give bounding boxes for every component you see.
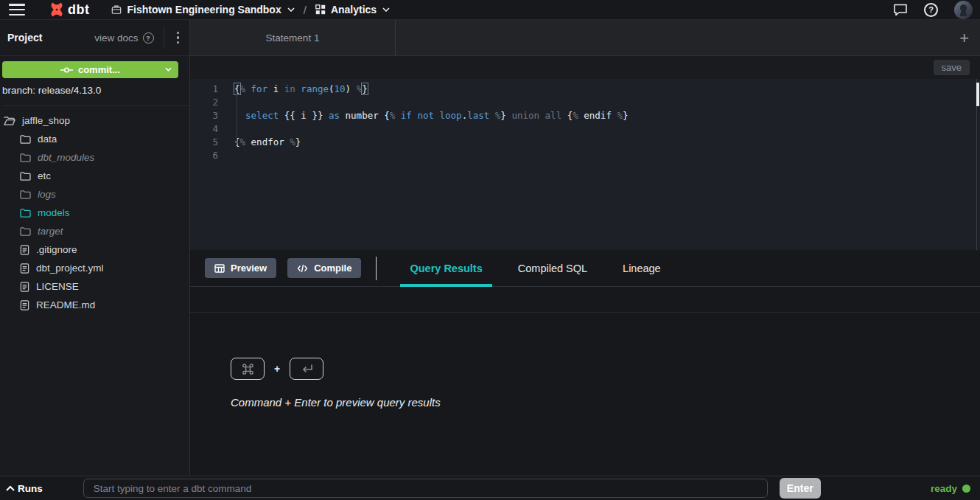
status-indicator: ready: [931, 483, 970, 494]
user-avatar[interactable]: [954, 1, 973, 19]
feedback-chat-icon[interactable]: [893, 3, 908, 16]
breadcrumb-separator: /: [304, 4, 307, 16]
folder-open-icon: [4, 116, 15, 125]
tree-item-label: README.md: [36, 299, 95, 310]
commit-button[interactable]: commit...: [2, 61, 178, 78]
file-tree: jaffle_shopdatadbt_modulesetclogsmodelst…: [0, 111, 189, 314]
return-key: [290, 358, 323, 380]
code-text: [218, 122, 234, 136]
code-line-3[interactable]: 3 select {{ i }} as number {% if not loo…: [190, 109, 980, 122]
kebab-menu-icon[interactable]: [172, 29, 184, 47]
status-dot: [962, 485, 970, 493]
tree-item-license[interactable]: LICENSE: [0, 277, 189, 296]
results-toolbar: Preview Compile Query ResultsCompiled SQ…: [190, 250, 980, 287]
code-line-2[interactable]: 2: [190, 96, 980, 109]
panel-divider: [190, 312, 980, 313]
top-bar: dbt Fishtown Engineering Sandbox / Analy…: [0, 0, 980, 20]
code-line-4[interactable]: 4: [190, 122, 980, 136]
logo-wordmark: dbt: [68, 2, 89, 18]
folder-icon: [20, 226, 31, 236]
tree-item-target[interactable]: target: [0, 222, 189, 240]
tree-item-readme-md[interactable]: README.md: [0, 296, 189, 314]
divider: [164, 27, 164, 49]
tree-item-logs[interactable]: logs: [0, 185, 189, 204]
results-panel: + Command + Enter to preview query resul…: [190, 287, 980, 476]
line-number: 6: [190, 149, 218, 162]
project-switcher-label: Fishtown Engineering Sandbox: [127, 4, 281, 15]
return-icon: [299, 364, 314, 374]
dbt-cloud-ide: dbt Fishtown Engineering Sandbox / Analy…: [0, 0, 980, 500]
tree-item--gitignore[interactable]: .gitignore: [0, 240, 189, 259]
chevron-down-icon: [165, 67, 172, 72]
folder-icon: [20, 208, 31, 218]
hint-text: Command + Enter to preview query results: [231, 396, 441, 409]
tree-item-data[interactable]: data: [0, 130, 189, 148]
scrollbar-thumb[interactable]: [976, 83, 979, 106]
code-line-1[interactable]: 1{% for i in range(10) %}: [190, 83, 980, 96]
compile-button[interactable]: Compile: [287, 258, 361, 278]
tree-item-label: LICENSE: [36, 281, 79, 292]
tree-item-label: jaffle_shop: [22, 115, 70, 126]
help-icon[interactable]: ?: [924, 3, 938, 17]
tree-item-label: target: [38, 226, 63, 237]
status-text: ready: [931, 483, 957, 494]
code-line-6[interactable]: 6: [190, 149, 980, 162]
results-tabs: Query ResultsCompiled SQLLineage: [408, 250, 662, 287]
project-switcher[interactable]: Fishtown Engineering Sandbox: [111, 4, 294, 15]
sidebar-title: Project: [7, 32, 42, 44]
dbt-logo: dbt: [49, 1, 89, 18]
folder-icon: [20, 153, 31, 162]
line-number: 3: [190, 109, 218, 122]
file-icon: [20, 263, 29, 274]
code-editor[interactable]: 1{% for i in range(10) %}23 select {{ i …: [190, 79, 980, 250]
tree-item-dbt-modules[interactable]: dbt_modules: [0, 148, 189, 167]
code-text: select {{ i }} as number {% if not loop.…: [218, 109, 629, 122]
view-docs-link[interactable]: view docs ?: [94, 32, 153, 44]
hamburger-menu-icon[interactable]: [9, 4, 25, 15]
editor-scrollbar[interactable]: [976, 79, 980, 250]
indent-guide: [237, 91, 237, 145]
preview-button[interactable]: Preview: [205, 258, 276, 278]
editor-column: Statement 1 + save 1{% for i in range(10…: [190, 20, 980, 476]
sidebar-header: Project view docs ?: [0, 20, 189, 56]
new-tab-button[interactable]: +: [955, 20, 973, 56]
table-icon: [214, 264, 225, 273]
runs-toggle[interactable]: Runs: [6, 483, 43, 494]
file-icon: [20, 282, 29, 292]
line-number: 2: [190, 96, 218, 109]
code-text: {% endfor %}: [218, 136, 301, 149]
results-tab-query-results[interactable]: Query Results: [408, 250, 483, 287]
topbar-right-actions: ?: [893, 1, 973, 19]
tree-item-label: data: [38, 133, 57, 145]
git-commit-icon: [60, 66, 73, 74]
tree-item-jaffle-shop[interactable]: jaffle_shop: [0, 111, 189, 130]
results-tab-lineage[interactable]: Lineage: [621, 250, 662, 287]
save-button[interactable]: save: [934, 60, 970, 75]
line-number: 4: [190, 122, 218, 136]
tree-item-label: models: [38, 207, 70, 218]
dbt-logo-icon: [49, 1, 65, 18]
dbt-command-input[interactable]: [83, 479, 768, 498]
tree-item-label: dbt_project.yml: [36, 263, 104, 274]
file-explorer-sidebar: Project view docs ? commit... branch: re…: [0, 20, 190, 476]
tree-item-models[interactable]: models: [0, 204, 189, 222]
briefcase-icon: [111, 4, 122, 15]
preview-hint: + Command + Enter to preview query resul…: [231, 358, 441, 409]
results-tab-compiled-sql[interactable]: Compiled SQL: [517, 250, 589, 287]
editor-tab-bar: Statement 1 +: [190, 20, 980, 56]
code-text: [218, 149, 234, 162]
tree-item-etc[interactable]: etc: [0, 167, 189, 185]
command-icon: [241, 362, 255, 376]
chevron-up-icon: [6, 485, 15, 491]
folder-icon: [20, 134, 31, 144]
tree-item-label: .gitignore: [36, 244, 77, 255]
app-switcher[interactable]: Analytics: [315, 4, 390, 15]
line-number: 5: [190, 136, 218, 149]
tree-item-dbt-project-yml[interactable]: dbt_project.yml: [0, 259, 189, 277]
main-area: Project view docs ? commit... branch: re…: [0, 20, 980, 476]
tab-statement-1[interactable]: Statement 1: [190, 20, 396, 55]
code-icon: [297, 264, 308, 273]
enter-button[interactable]: Enter: [780, 478, 821, 499]
code-line-5[interactable]: 5{% endfor %}: [190, 136, 980, 149]
file-icon: [20, 245, 29, 255]
